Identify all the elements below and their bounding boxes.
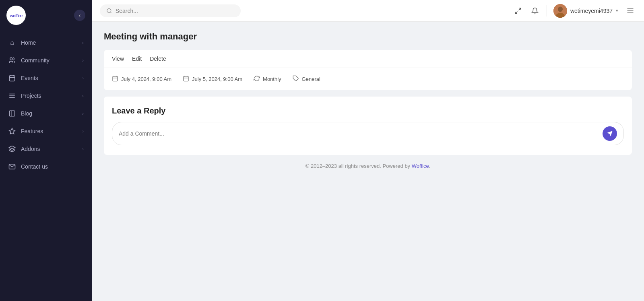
sidebar-item-addons[interactable]: Addons › <box>0 140 92 158</box>
expand-button[interactable] <box>513 6 523 16</box>
features-icon <box>8 127 16 135</box>
svg-point-13 <box>107 8 111 12</box>
svg-point-18 <box>558 6 563 12</box>
topbar-right: wetimeyemi4937 ▾ <box>513 4 636 18</box>
svg-rect-10 <box>9 111 15 116</box>
logo-icon: woffice <box>6 6 26 25</box>
svg-line-16 <box>515 11 517 13</box>
end-calendar-icon <box>183 75 189 83</box>
footer-woffice-link[interactable]: Woffice <box>412 163 429 169</box>
user-chevron-icon: ▾ <box>616 8 618 13</box>
projects-icon <box>8 92 16 100</box>
recurrence-icon <box>254 75 260 83</box>
search-container[interactable] <box>100 4 241 17</box>
user-info[interactable]: wetimeyemi4937 ▾ <box>553 4 618 18</box>
start-date-meta: July 4, 2024, 9:00 Am <box>112 75 171 83</box>
sidebar-item-blog-label: Blog <box>21 110 32 117</box>
actions-bar: View Edit Delete <box>104 50 632 68</box>
sidebar-collapse-button[interactable]: ‹ <box>74 10 85 21</box>
category-icon <box>293 75 299 83</box>
sidebar-item-features-label: Features <box>21 128 43 134</box>
notification-bell-button[interactable] <box>530 6 540 16</box>
addons-icon <box>8 145 16 153</box>
username-label: wetimeyemi4937 <box>570 8 613 14</box>
events-arrow-icon: › <box>82 76 84 80</box>
addons-arrow-icon: › <box>82 146 84 151</box>
comment-input[interactable] <box>119 130 599 137</box>
events-icon <box>8 74 16 82</box>
sidebar-item-addons-label: Addons <box>21 146 40 152</box>
sidebar-item-community[interactable]: Community › <box>0 52 92 69</box>
footer-text-before: © 2012–2023 all rights reserved. Powered… <box>305 163 412 169</box>
svg-point-2 <box>10 58 12 60</box>
sidebar-item-blog[interactable]: Blog › <box>0 105 92 122</box>
send-comment-button[interactable] <box>603 126 617 141</box>
main-area: wetimeyemi4937 ▾ Meeting with manager Vi… <box>92 0 644 301</box>
category-meta: General <box>293 75 320 83</box>
sidebar-item-events[interactable]: Events › <box>0 69 92 87</box>
view-link[interactable]: View <box>112 56 124 62</box>
sidebar-item-contact[interactable]: Contact us <box>0 158 92 175</box>
reply-title: Leave a Reply <box>112 106 624 115</box>
sidebar-logo: woffice ‹ <box>0 0 92 31</box>
hamburger-menu-button[interactable] <box>625 5 636 16</box>
sidebar-item-community-label: Community <box>21 57 50 64</box>
comment-box <box>112 122 624 145</box>
page-title: Meeting with manager <box>104 31 632 42</box>
sidebar-item-features[interactable]: Features › <box>0 122 92 140</box>
svg-line-14 <box>110 12 111 13</box>
projects-arrow-icon: › <box>82 93 84 98</box>
svg-rect-3 <box>9 76 15 81</box>
community-arrow-icon: › <box>82 58 84 63</box>
sidebar: woffice ‹ ⌂ Home › Community › <box>0 0 92 301</box>
footer-text-after: . <box>429 163 431 169</box>
sidebar-item-contact-label: Contact us <box>21 163 48 170</box>
home-icon: ⌂ <box>8 39 16 47</box>
sidebar-item-events-label: Events <box>21 75 38 81</box>
svg-text:woffice: woffice <box>10 13 23 18</box>
event-card: View Edit Delete July 4, 2024, 9:00 Am <box>104 50 632 90</box>
contact-icon <box>8 163 16 171</box>
avatar <box>553 4 567 18</box>
reply-card: Leave a Reply <box>104 97 632 155</box>
sidebar-item-home[interactable]: ⌂ Home › <box>0 34 92 52</box>
edit-link[interactable]: Edit <box>132 56 142 62</box>
topbar: wetimeyemi4937 ▾ <box>92 0 644 22</box>
svg-rect-23 <box>113 76 118 81</box>
community-icon <box>8 56 16 64</box>
event-meta: July 4, 2024, 9:00 Am July 5, 2024, 9:00… <box>104 68 632 90</box>
delete-link[interactable]: Delete <box>150 56 166 62</box>
page-content: Meeting with manager View Edit Delete Ju… <box>92 22 644 301</box>
category-text: General <box>302 76 320 82</box>
svg-marker-12 <box>9 128 15 134</box>
footer: © 2012–2023 all rights reserved. Powered… <box>104 155 632 177</box>
search-input[interactable] <box>116 8 234 14</box>
sidebar-item-home-label: Home <box>21 39 36 46</box>
search-icon <box>106 8 112 14</box>
end-date-text: July 5, 2024, 9:00 Am <box>192 76 242 82</box>
svg-rect-27 <box>184 76 188 81</box>
features-arrow-icon: › <box>82 129 84 134</box>
sidebar-nav: ⌂ Home › Community › Events › <box>0 31 92 301</box>
sidebar-item-projects[interactable]: Projects › <box>0 87 92 105</box>
sidebar-item-projects-label: Projects <box>21 93 41 99</box>
start-calendar-icon <box>112 75 118 83</box>
home-arrow-icon: › <box>82 40 84 45</box>
end-date-meta: July 5, 2024, 9:00 Am <box>183 75 242 83</box>
svg-line-15 <box>518 8 520 10</box>
recurrence-text: Monthly <box>263 76 281 82</box>
topbar-divider <box>547 5 547 16</box>
recurrence-meta: Monthly <box>254 75 281 83</box>
start-date-text: July 4, 2024, 9:00 Am <box>121 76 171 82</box>
blog-icon <box>8 109 16 118</box>
blog-arrow-icon: › <box>82 111 84 116</box>
